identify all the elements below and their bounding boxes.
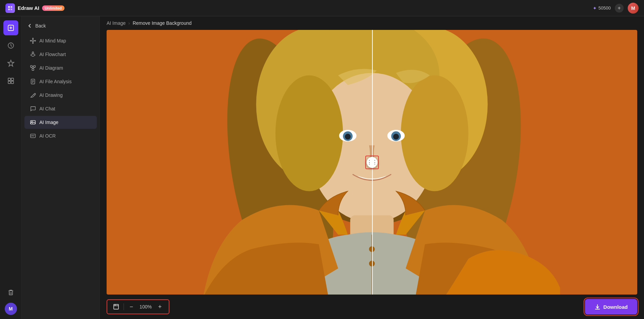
ocr-icon <box>30 133 36 139</box>
svg-point-23 <box>30 40 31 41</box>
back-button[interactable]: Back <box>22 20 99 34</box>
download-button[interactable]: Download <box>585 299 637 315</box>
back-label: Back <box>35 23 46 29</box>
zoom-controls: − 100% + <box>107 299 169 314</box>
file-analysis-icon <box>30 78 36 85</box>
logo-icon <box>5 3 15 13</box>
nav-label-drawing: AI Drawing <box>39 92 62 98</box>
zoom-fit-button[interactable] <box>111 302 121 312</box>
zoom-separator <box>124 303 124 310</box>
nav-label-file-analysis: AI File Analysis <box>39 79 72 84</box>
breadcrumb-separator: › <box>128 20 130 26</box>
sidebar-icon-new[interactable] <box>3 20 18 35</box>
unlimited-badge: Unlimited <box>42 5 65 11</box>
sidebar-icon-user[interactable]: M <box>5 303 17 315</box>
svg-rect-28 <box>31 66 32 67</box>
svg-point-25 <box>32 52 34 53</box>
svg-point-58 <box>345 134 351 140</box>
nav-item-ai-diagram[interactable]: AI Diagram <box>24 61 97 74</box>
content-area: AI Image › Remove Image Background <box>100 16 644 319</box>
credits-icon: ✦ <box>593 5 597 11</box>
nav-item-ai-drawing[interactable]: AI Drawing <box>24 89 97 102</box>
sidebar-icon-trash[interactable] <box>3 285 18 300</box>
svg-line-38 <box>34 94 35 95</box>
svg-rect-11 <box>8 81 11 84</box>
image-compare[interactable]: ⋮⋮ <box>107 30 637 295</box>
download-label: Download <box>603 304 628 310</box>
nav-item-ai-mind-map[interactable]: AI Mind Map <box>24 34 97 47</box>
svg-rect-1 <box>11 6 12 8</box>
nav-label-ocr: AI OCR <box>39 133 56 139</box>
nav-sidebar: Back AI Mind Map AI Flowchart <box>22 16 100 319</box>
add-credits-button[interactable]: + <box>615 4 624 13</box>
nav-label-image: AI Image <box>39 120 58 125</box>
svg-point-54 <box>275 75 343 191</box>
nav-item-ai-image[interactable]: AI Image <box>24 116 97 129</box>
sidebar-icon-templates[interactable] <box>3 73 18 88</box>
svg-point-21 <box>33 38 34 39</box>
compare-handle[interactable]: ⋮⋮ <box>365 156 379 169</box>
svg-point-55 <box>401 75 468 191</box>
svg-rect-39 <box>31 121 35 124</box>
svg-rect-29 <box>34 66 35 67</box>
nav-item-ai-chat[interactable]: AI Chat <box>24 102 97 115</box>
sidebar-user-letter: M <box>9 306 13 312</box>
svg-rect-12 <box>11 81 14 84</box>
mind-map-icon <box>30 38 36 44</box>
drawing-icon <box>30 92 36 98</box>
app-name: Edraw AI <box>18 5 39 11</box>
breadcrumb: AI Image › Remove Image Background <box>100 16 644 30</box>
handle-border[interactable]: ⋮⋮ <box>365 156 379 169</box>
breadcrumb-current: Remove Image Background <box>133 20 192 26</box>
svg-rect-2 <box>8 8 10 10</box>
zoom-decrease-button[interactable]: − <box>127 302 136 312</box>
nav-label-mind-map: AI Mind Map <box>39 38 66 43</box>
svg-rect-10 <box>11 78 14 81</box>
svg-marker-8 <box>8 60 14 66</box>
svg-point-16 <box>32 40 34 41</box>
credits-display: ✦ 50500 <box>593 5 611 11</box>
handle-inner[interactable]: ⋮⋮ <box>367 157 378 168</box>
svg-point-24 <box>35 40 36 41</box>
handle-arrows-icon: ⋮⋮ <box>367 159 378 165</box>
svg-marker-27 <box>31 54 35 56</box>
image-icon <box>30 119 36 125</box>
credits-value: 50500 <box>599 5 611 11</box>
svg-rect-0 <box>8 6 10 8</box>
svg-rect-9 <box>8 78 11 81</box>
image-compare-container[interactable]: ⋮⋮ <box>107 30 637 295</box>
nav-label-diagram: AI Diagram <box>39 65 63 71</box>
nav-item-ai-file-analysis[interactable]: AI File Analysis <box>24 75 97 88</box>
avatar[interactable]: M <box>628 3 639 14</box>
svg-point-22 <box>33 42 34 43</box>
svg-rect-13 <box>9 291 13 295</box>
topbar-right: ✦ 50500 + M <box>593 3 639 14</box>
svg-point-61 <box>393 134 399 140</box>
nav-item-ai-ocr[interactable]: AI OCR <box>24 129 97 142</box>
chat-icon <box>30 106 36 112</box>
svg-rect-66 <box>114 304 118 309</box>
nav-item-ai-flowchart[interactable]: AI Flowchart <box>24 48 97 61</box>
diagram-icon <box>30 65 36 71</box>
app-logo: Edraw AI Unlimited <box>5 3 65 13</box>
sidebar-icon-history[interactable] <box>3 38 18 53</box>
nav-label-flowchart: AI Flowchart <box>39 52 66 57</box>
topbar: Edraw AI Unlimited ✦ 50500 + M <box>0 0 644 16</box>
bottom-bar: − 100% + Download <box>100 295 644 319</box>
nav-label-chat: AI Chat <box>39 106 55 111</box>
main-layout: M Back AI Mind Map <box>0 16 644 319</box>
download-icon <box>594 304 601 310</box>
flowchart-icon <box>30 51 36 57</box>
sidebar-icon-starred[interactable] <box>3 56 18 71</box>
zoom-increase-button[interactable]: + <box>155 302 165 312</box>
svg-rect-30 <box>32 69 34 70</box>
zoom-value: 100% <box>139 304 152 309</box>
icon-sidebar: M <box>0 16 22 319</box>
sidebar-icon-bottom: M <box>3 285 18 315</box>
breadcrumb-parent[interactable]: AI Image <box>107 20 126 26</box>
svg-rect-3 <box>11 8 12 10</box>
